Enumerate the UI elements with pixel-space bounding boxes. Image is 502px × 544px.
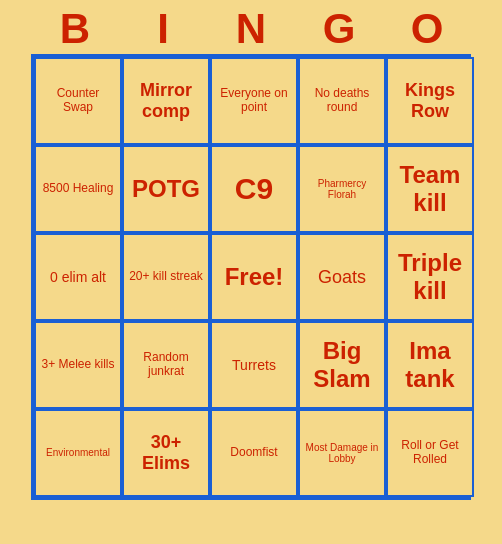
cell-label: 30+ Elims [128, 432, 204, 473]
cell-1-2[interactable]: C9 [210, 145, 298, 233]
bingo-letter: N [207, 8, 295, 50]
cell-label: 3+ Melee kills [41, 358, 114, 372]
cell-4-4[interactable]: Roll or Get Rolled [386, 409, 474, 497]
cell-1-4[interactable]: Team kill [386, 145, 474, 233]
cell-label: Environmental [46, 447, 110, 459]
cell-1-1[interactable]: POTG [122, 145, 210, 233]
bingo-grid: Counter SwapMirror compEveryone on point… [31, 54, 471, 500]
cell-label: Mirror comp [128, 80, 204, 121]
cell-label: No deaths round [304, 87, 380, 115]
cell-label: Triple kill [392, 249, 468, 304]
cell-label: Ima tank [392, 337, 468, 392]
bingo-title: BINGO [11, 0, 491, 54]
cell-4-3[interactable]: Most Damage in Lobby [298, 409, 386, 497]
cell-label: Big Slam [304, 337, 380, 392]
bingo-letter: G [295, 8, 383, 50]
cell-2-3[interactable]: Goats [298, 233, 386, 321]
cell-label: C9 [235, 172, 273, 207]
cell-2-0[interactable]: 0 elim alt [34, 233, 122, 321]
cell-label: Doomfist [230, 446, 277, 460]
cell-label: 8500 Healing [43, 182, 114, 196]
cell-2-2[interactable]: Free! [210, 233, 298, 321]
cell-0-4[interactable]: Kings Row [386, 57, 474, 145]
bingo-letter: O [383, 8, 471, 50]
cell-label: Goats [318, 267, 366, 288]
bingo-letter: I [119, 8, 207, 50]
cell-label: Team kill [392, 161, 468, 216]
cell-3-4[interactable]: Ima tank [386, 321, 474, 409]
cell-label: Counter Swap [40, 87, 116, 115]
cell-4-2[interactable]: Doomfist [210, 409, 298, 497]
cell-3-3[interactable]: Big Slam [298, 321, 386, 409]
cell-1-3[interactable]: Pharmercy Florah [298, 145, 386, 233]
cell-label: Free! [225, 263, 284, 291]
cell-label: POTG [132, 175, 200, 203]
cell-0-1[interactable]: Mirror comp [122, 57, 210, 145]
cell-0-2[interactable]: Everyone on point [210, 57, 298, 145]
cell-3-2[interactable]: Turrets [210, 321, 298, 409]
cell-2-4[interactable]: Triple kill [386, 233, 474, 321]
cell-label: Turrets [232, 357, 276, 373]
cell-label: Random junkrat [128, 351, 204, 379]
cell-4-0[interactable]: Environmental [34, 409, 122, 497]
cell-0-3[interactable]: No deaths round [298, 57, 386, 145]
cell-4-1[interactable]: 30+ Elims [122, 409, 210, 497]
cell-3-0[interactable]: 3+ Melee kills [34, 321, 122, 409]
bingo-letter: B [31, 8, 119, 50]
cell-label: Most Damage in Lobby [304, 442, 380, 465]
cell-label: Pharmercy Florah [304, 178, 380, 201]
cell-label: Everyone on point [216, 87, 292, 115]
cell-label: 20+ kill streak [129, 270, 203, 284]
cell-1-0[interactable]: 8500 Healing [34, 145, 122, 233]
cell-2-1[interactable]: 20+ kill streak [122, 233, 210, 321]
cell-0-0[interactable]: Counter Swap [34, 57, 122, 145]
cell-label: Roll or Get Rolled [392, 439, 468, 467]
cell-label: Kings Row [392, 80, 468, 121]
cell-label: 0 elim alt [50, 269, 106, 285]
cell-3-1[interactable]: Random junkrat [122, 321, 210, 409]
